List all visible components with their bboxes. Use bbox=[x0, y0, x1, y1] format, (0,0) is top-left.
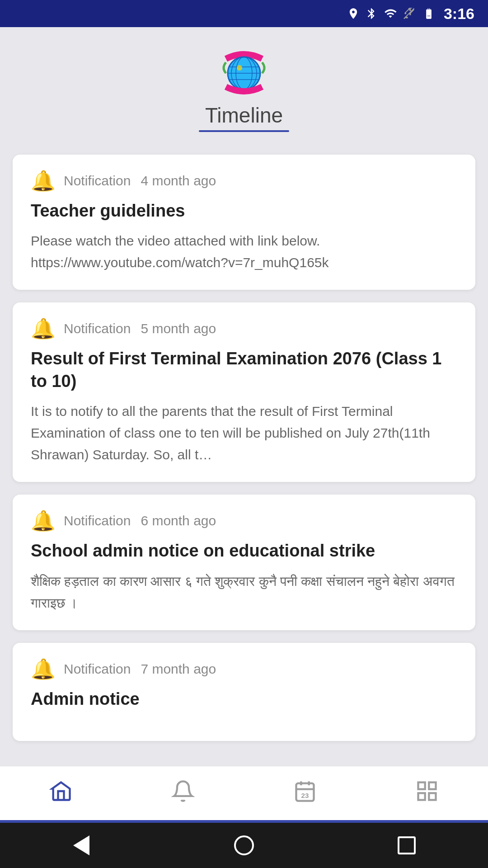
svg-rect-14 bbox=[418, 793, 425, 800]
status-icons bbox=[347, 7, 436, 20]
home-button[interactable] bbox=[230, 832, 258, 859]
grid-icon bbox=[415, 779, 439, 803]
nav-calendar[interactable]: 23 bbox=[244, 766, 366, 816]
card-title-1: Teacher guidelines bbox=[31, 200, 457, 222]
back-button[interactable] bbox=[68, 832, 95, 859]
svg-rect-15 bbox=[429, 793, 436, 800]
wifi-icon bbox=[383, 7, 398, 20]
svg-rect-13 bbox=[429, 782, 436, 789]
card-time-3: 6 month ago bbox=[141, 513, 216, 528]
card-time-1: 4 month ago bbox=[141, 173, 216, 189]
bluetooth-icon bbox=[365, 7, 378, 20]
nav-home[interactable] bbox=[0, 766, 122, 816]
card-header-3: 🔔 Notification 6 month ago bbox=[31, 511, 457, 531]
card-header-4: 🔔 Notification 7 month ago bbox=[31, 659, 457, 679]
card-type-1: Notification bbox=[64, 173, 131, 189]
card-time-4: 7 month ago bbox=[141, 661, 216, 677]
status-bar: 3:16 bbox=[0, 0, 488, 27]
card-header-1: 🔔 Notification 4 month ago bbox=[31, 171, 457, 191]
home-circle-icon bbox=[234, 835, 254, 855]
content-area: 🔔 Notification 4 month ago Teacher guide… bbox=[0, 141, 488, 766]
svg-rect-12 bbox=[418, 782, 425, 789]
card-time-2: 5 month ago bbox=[141, 321, 216, 336]
notification-card-4[interactable]: 🔔 Notification 7 month ago Admin notice bbox=[13, 643, 475, 741]
signal-icon bbox=[403, 7, 416, 20]
calendar-icon: 23 bbox=[293, 779, 317, 803]
card-title-2: Result of First Terminal Examination 207… bbox=[31, 348, 457, 392]
status-time: 3:16 bbox=[444, 5, 474, 23]
battery-icon bbox=[421, 7, 436, 20]
notification-icon bbox=[171, 779, 195, 803]
notification-card-1[interactable]: 🔔 Notification 4 month ago Teacher guide… bbox=[13, 155, 475, 290]
nav-notifications[interactable] bbox=[122, 766, 244, 816]
card-title-3: School admin notice on educational strik… bbox=[31, 540, 457, 562]
notification-card-3[interactable]: 🔔 Notification 6 month ago School admin … bbox=[13, 495, 475, 630]
logo-svg bbox=[217, 45, 271, 99]
notification-card-2[interactable]: 🔔 Notification 5 month ago Result of Fir… bbox=[13, 302, 475, 482]
back-icon bbox=[73, 835, 89, 855]
svg-text:23: 23 bbox=[301, 792, 309, 799]
svg-point-6 bbox=[237, 65, 242, 71]
card-type-3: Notification bbox=[64, 513, 131, 528]
title-underline bbox=[199, 130, 289, 132]
bottom-nav: 23 bbox=[0, 766, 488, 820]
bell-icon-1: 🔔 bbox=[31, 171, 56, 191]
page-title-section: Timeline bbox=[199, 103, 289, 132]
page-title: Timeline bbox=[205, 103, 283, 127]
card-title-4: Admin notice bbox=[31, 688, 457, 710]
card-body-3: शैक्षिक हड़ताल का कारण आसार ६ गते शुक्रव… bbox=[31, 571, 457, 614]
card-type-2: Notification bbox=[64, 321, 131, 336]
school-logo bbox=[217, 45, 271, 99]
location-icon bbox=[347, 7, 360, 20]
system-nav bbox=[0, 823, 488, 868]
bell-icon-2: 🔔 bbox=[31, 319, 56, 339]
recents-icon bbox=[398, 836, 416, 854]
recents-button[interactable] bbox=[393, 832, 420, 859]
nav-grid[interactable] bbox=[366, 766, 488, 816]
card-body-2: It is to notify to all the parents that … bbox=[31, 401, 457, 466]
bell-icon-3: 🔔 bbox=[31, 511, 56, 531]
app-header: Timeline bbox=[0, 27, 488, 141]
bell-icon-4: 🔔 bbox=[31, 659, 56, 679]
card-body-1: Please watch the video attached with lin… bbox=[31, 230, 457, 274]
home-icon bbox=[49, 779, 73, 803]
card-header-2: 🔔 Notification 5 month ago bbox=[31, 319, 457, 339]
card-type-4: Notification bbox=[64, 661, 131, 677]
